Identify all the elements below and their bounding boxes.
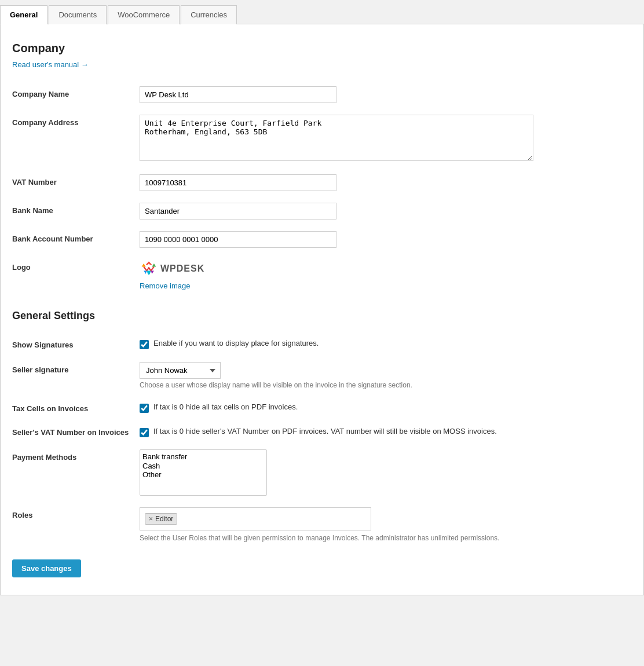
show-signatures-checkbox[interactable]: [140, 340, 149, 349]
seller-signature-row: Seller signature John Nowak Choose a use…: [12, 356, 632, 395]
remove-image-link[interactable]: Remove image: [140, 281, 632, 290]
wpdesk-logo: WPDESK: [140, 259, 632, 278]
seller-signature-select[interactable]: John Nowak: [140, 362, 221, 379]
bank-name-label: Bank Name: [12, 197, 140, 225]
roles-container[interactable]: × Editor: [140, 507, 371, 530]
bank-account-label: Bank Account Number: [12, 225, 140, 254]
logo-label: Logo: [12, 254, 140, 296]
payment-methods-row: Payment Methods Bank transfer Cash Other: [12, 444, 632, 502]
vat-number-invoices-row: Seller's VAT Number on Invoices If tax i…: [12, 420, 632, 444]
show-signatures-text: Enable if you want to display place for …: [153, 339, 319, 347]
remove-editor-role-icon[interactable]: ×: [149, 515, 153, 523]
company-name-input[interactable]: [140, 86, 336, 103]
company-address-row: Company Address Unit 4e Enterprise Court…: [12, 109, 632, 169]
tax-cells-checkbox[interactable]: [140, 404, 149, 413]
vat-number-invoices-text: If tax is 0 hide seller's VAT Number on …: [153, 427, 497, 436]
vat-number-invoices-label: Seller's VAT Number on Invoices: [12, 420, 140, 444]
show-signatures-row: Show Signatures Enable if you want to di…: [12, 331, 632, 356]
content-area: Company Read user's manual → Company Nam…: [0, 24, 644, 595]
tax-cells-text: If tax is 0 hide all tax cells on PDF in…: [153, 402, 298, 411]
show-signatures-label: Show Signatures: [12, 331, 140, 356]
general-settings-heading: General Settings: [12, 310, 632, 322]
roles-label: Roles: [12, 502, 140, 548]
tab-currencies[interactable]: Currencies: [181, 5, 237, 24]
wpdesk-logo-text: WPDESK: [160, 264, 204, 274]
bank-name-input[interactable]: [140, 203, 336, 219]
payment-method-cash[interactable]: Cash: [142, 462, 264, 471]
wpdesk-logo-icon: [140, 259, 158, 278]
bank-account-input[interactable]: [140, 231, 336, 248]
section-title: Company: [12, 42, 632, 55]
vat-number-label: VAT Number: [12, 169, 140, 197]
role-tag-editor[interactable]: × Editor: [145, 513, 177, 525]
tax-cells-field: If tax is 0 hide all tax cells on PDF in…: [140, 402, 632, 413]
tax-cells-row: Tax Cells on Invoices If tax is 0 hide a…: [12, 395, 632, 420]
role-editor-label: Editor: [155, 515, 173, 523]
tabs-bar: General Documents WooCommerce Currencies: [0, 0, 644, 24]
tab-woocommerce[interactable]: WooCommerce: [108, 5, 180, 24]
seller-signature-label: Seller signature: [12, 356, 140, 395]
payment-method-other[interactable]: Other: [142, 470, 264, 480]
company-name-row: Company Name: [12, 80, 632, 109]
company-address-textarea[interactable]: Unit 4e Enterprise Court, Farfield Park …: [140, 115, 533, 161]
vat-number-invoices-checkbox[interactable]: [140, 428, 149, 437]
general-settings-form: Show Signatures Enable if you want to di…: [12, 331, 632, 548]
seller-signature-help: Choose a user whose display name will be…: [140, 381, 632, 389]
tab-general[interactable]: General: [0, 5, 47, 24]
show-signatures-field: Enable if you want to display place for …: [140, 339, 632, 349]
company-name-label: Company Name: [12, 80, 140, 109]
vat-number-input[interactable]: [140, 174, 336, 191]
tax-cells-label: Tax Cells on Invoices: [12, 395, 140, 420]
company-form: Company Name Company Address Unit 4e Ent…: [12, 80, 632, 296]
logo-area: WPDESK Remove image: [140, 259, 632, 290]
tab-documents[interactable]: Documents: [49, 5, 107, 24]
company-address-label: Company Address: [12, 109, 140, 169]
vat-number-invoices-field: If tax is 0 hide seller's VAT Number on …: [140, 427, 632, 437]
roles-help-text: Select the User Roles that will be given…: [140, 534, 533, 542]
logo-row: Logo: [12, 254, 632, 296]
manual-link[interactable]: Read user's manual →: [12, 60, 89, 69]
payment-method-bank-transfer[interactable]: Bank transfer: [142, 452, 264, 462]
roles-row: Roles × Editor Select the User Roles tha…: [12, 502, 632, 548]
save-changes-button[interactable]: Save changes: [12, 559, 81, 577]
bank-name-row: Bank Name: [12, 197, 632, 225]
bank-account-row: Bank Account Number: [12, 225, 632, 254]
payment-methods-select[interactable]: Bank transfer Cash Other: [140, 449, 267, 496]
payment-methods-label: Payment Methods: [12, 444, 140, 502]
vat-number-row: VAT Number: [12, 169, 632, 197]
